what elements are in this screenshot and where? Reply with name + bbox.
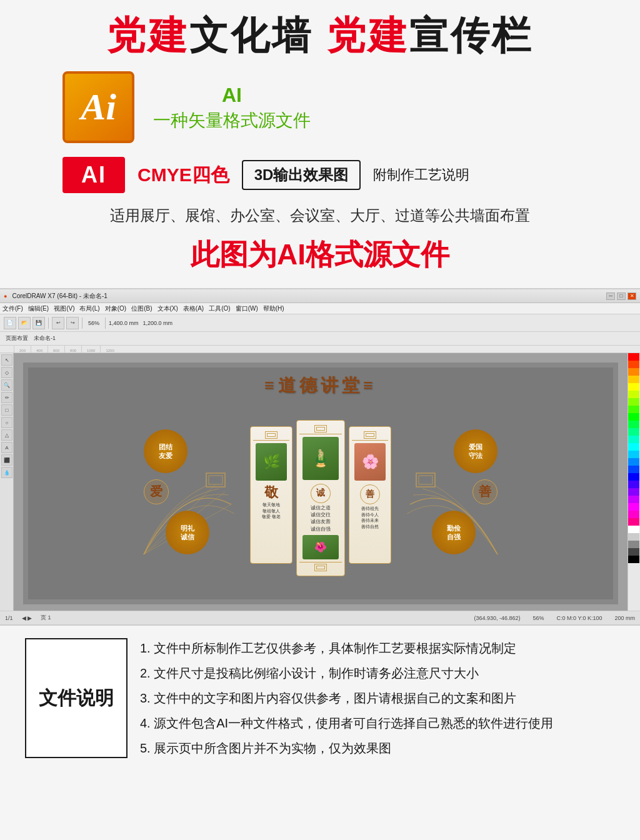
menu-edit[interactable]: 编辑(E) (28, 304, 49, 313)
palette-color-swatch[interactable] (628, 353, 639, 361)
palette-color-swatch[interactable] (628, 368, 639, 376)
screenshot-area: ● CorelDRAW X7 (64-Bit) - 未命名-1 ─ □ ✕ 文件… (0, 288, 640, 626)
palette-color-swatch[interactable] (628, 511, 639, 518)
minimize-button[interactable]: ─ (606, 292, 615, 300)
palette-color-swatch[interactable] (628, 526, 639, 533)
menu-text[interactable]: 文本(X) (158, 304, 178, 313)
palette-color-swatch[interactable] (628, 443, 639, 451)
ai-description: AI 一种矢量格式源文件 (153, 82, 311, 132)
tool-text[interactable]: A (1, 442, 12, 453)
tool-fill[interactable]: ⬛ (1, 454, 12, 466)
menu-help[interactable]: 帮助(H) (263, 304, 284, 313)
palette-color-swatch[interactable] (628, 391, 639, 398)
usage-text: 适用展厅、展馆、办公室、会议室、大厅、过道等公共墙面布置 (25, 201, 615, 231)
file-info-area: 文件说明 1. 文件中所标制作工艺仅供参考，具体制作工艺要根据实际情况制定2. … (25, 638, 615, 758)
palette-color-swatch[interactable] (628, 361, 639, 368)
toolbar-undo[interactable]: ↩ (52, 317, 64, 329)
palette-color-swatch[interactable] (628, 496, 639, 503)
badge-qinjian: 勤俭自强 (432, 511, 476, 554)
note-item-2: 2. 文件尺寸是投稿比例缩小设计，制作时请务必注意尺寸大小 (140, 663, 615, 683)
palette-color-swatch[interactable] (628, 541, 639, 548)
palette-color-swatch[interactable] (628, 413, 639, 421)
maximize-button[interactable]: □ (617, 292, 626, 300)
design-page: ≡道德讲堂≡ 团结友爱 (28, 368, 613, 599)
page-indicator: 页面布置 (6, 334, 28, 342)
cdr-toolbar2: 页面布置 未命名-1 (0, 332, 640, 346)
menu-window[interactable]: 窗口(W) (236, 304, 258, 313)
ai-logo-text: Ai (81, 86, 116, 129)
scroll-panel-2: 🎍 诚 诚信之道诚信交往诚信友善诚信自强 🌺 (296, 420, 345, 576)
menu-bitmap[interactable]: 位图(B) (131, 304, 152, 313)
menu-file[interactable]: 文件(F) (2, 304, 23, 313)
window-title: CorelDRAW X7 (64-Bit) - 未命名-1 (12, 292, 107, 301)
cdr-menubar[interactable]: 文件(F) 编辑(E) 视图(V) 布局(L) 对象(O) 位图(B) 文本(X… (0, 303, 640, 314)
palette-color-swatch[interactable] (628, 383, 639, 391)
menu-table[interactable]: 表格(A) (183, 304, 204, 313)
palette-color-swatch[interactable] (628, 428, 639, 436)
panel1-img: 🌿 (256, 443, 287, 481)
close-button[interactable]: ✕ (628, 292, 636, 300)
color-mode: C:0 M:0 Y:0 K:100 (557, 615, 602, 621)
size-display: 200 mm (614, 615, 635, 621)
menu-tools[interactable]: 工具(O) (209, 304, 230, 313)
tool-node[interactable]: ◇ (1, 367, 12, 378)
fan-left: 团结友爱 (131, 429, 244, 567)
output-badge: 3D输出效果图 (242, 160, 361, 190)
toolbar-new[interactable]: 📄 (4, 317, 16, 329)
menu-view[interactable]: 视图(V) (54, 304, 74, 313)
badge-mingli: 明礼诚信 (166, 511, 209, 554)
palette-color-swatch[interactable] (628, 451, 639, 458)
tool-polygon[interactable]: △ (1, 429, 12, 441)
scroll-deco-2b (299, 562, 342, 572)
palette-color-swatch[interactable] (628, 436, 639, 443)
window-buttons[interactable]: ─ □ ✕ (606, 292, 636, 300)
toolbar-open[interactable]: 📂 (18, 317, 31, 329)
tool-ellipse[interactable]: ○ (1, 417, 12, 428)
palette-color-swatch[interactable] (628, 458, 639, 466)
ai-section: Ai AI 一种矢量格式源文件 (25, 65, 615, 149)
page-status: 1/1 (5, 615, 13, 621)
palette-color-swatch[interactable] (628, 548, 639, 556)
ai-logo-box: Ai (62, 71, 134, 143)
coords-display: (364.930, -46.862) (474, 615, 521, 621)
cdr-canvas-area[interactable]: ≡道德讲堂≡ 团结友爱 (14, 353, 628, 611)
nav-arrows[interactable]: ◀ ▶ (22, 615, 32, 621)
palette-color-swatch[interactable] (628, 503, 639, 511)
palette-color-swatch[interactable] (628, 421, 639, 428)
canvas-bg: ≡道德讲堂≡ 团结友爱 (23, 362, 618, 604)
cdr-right-palette[interactable] (628, 353, 640, 611)
palette-color-swatch[interactable] (628, 556, 639, 563)
toolbar-save[interactable]: 💾 (32, 317, 45, 329)
palette-color-swatch[interactable] (628, 488, 639, 496)
palette-color-swatch[interactable] (628, 533, 639, 541)
main-title: 党建文化墙 党建宣传栏 (25, 12, 615, 59)
cdr-canvas-scroll: ≡道德讲堂≡ 团结友爱 (14, 353, 628, 611)
design-main: 团结友爱 (34, 402, 607, 593)
palette-color-swatch[interactable] (628, 398, 639, 406)
palette-color-swatch[interactable] (628, 473, 639, 481)
palette-color-swatch[interactable] (628, 481, 639, 488)
scroll-panel-1: 🌿 敬 敬天敬地敬祖敬人敬爱 敬老 (250, 426, 292, 564)
tool-select[interactable]: ↖ (1, 354, 12, 366)
menu-object[interactable]: 对象(O) (105, 304, 126, 313)
cdr-left-tools[interactable]: ↖ ◇ 🔍 ✏ □ ○ △ A ⬛ 💧 (0, 353, 14, 611)
palette-color-swatch[interactable] (628, 518, 639, 526)
palette-color-swatch[interactable] (628, 466, 639, 473)
zoom-display: 56% (88, 320, 99, 326)
tool-rect[interactable]: □ (1, 404, 12, 416)
ai-label: AI (153, 82, 311, 109)
scroll-panels: 🌿 敬 敬天敬地敬祖敬人敬爱 敬老 (244, 420, 398, 576)
char-shan: 善 (472, 479, 498, 504)
scroll-panel-3: 🌸 善 善待祖先善待今人善待未来善待自然 (349, 426, 391, 564)
tool-eyedrop[interactable]: 💧 (1, 467, 12, 478)
tool-zoom[interactable]: 🔍 (1, 379, 12, 391)
toolbar-redo[interactable]: ↪ (66, 317, 79, 329)
menu-layout[interactable]: 布局(L) (79, 304, 99, 313)
palette-color-swatch[interactable] (628, 376, 639, 383)
cdr-toolbar: 📄 📂 💾 ↩ ↪ 56% 1,400.0 mm 1,200.0 mm (0, 314, 640, 332)
tool-freehand[interactable]: ✏ (1, 392, 12, 403)
note-item-5: 5. 展示页中所含图片并不为实物，仅为效果图 (140, 738, 615, 758)
title-mid-1: 文化墙 (189, 14, 326, 57)
cmyk-label: CMYE四色 (138, 162, 229, 188)
palette-color-swatch[interactable] (628, 406, 639, 413)
